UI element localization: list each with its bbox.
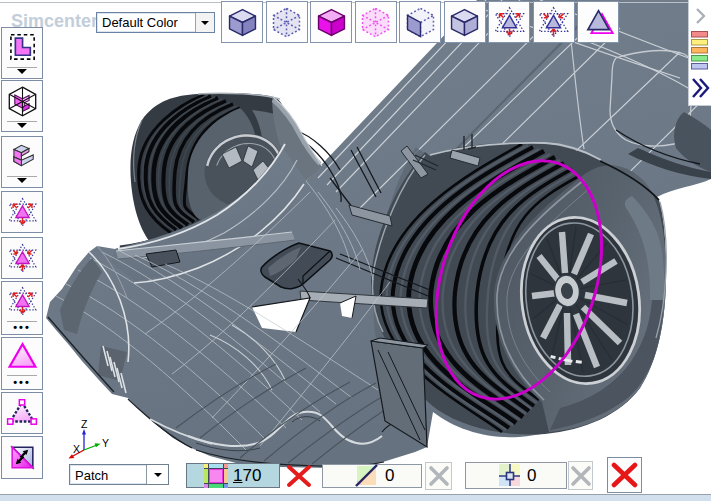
svg-text:Z: Z (81, 420, 88, 430)
svg-text:Y: Y (102, 437, 109, 449)
svg-text:X: X (73, 443, 80, 455)
